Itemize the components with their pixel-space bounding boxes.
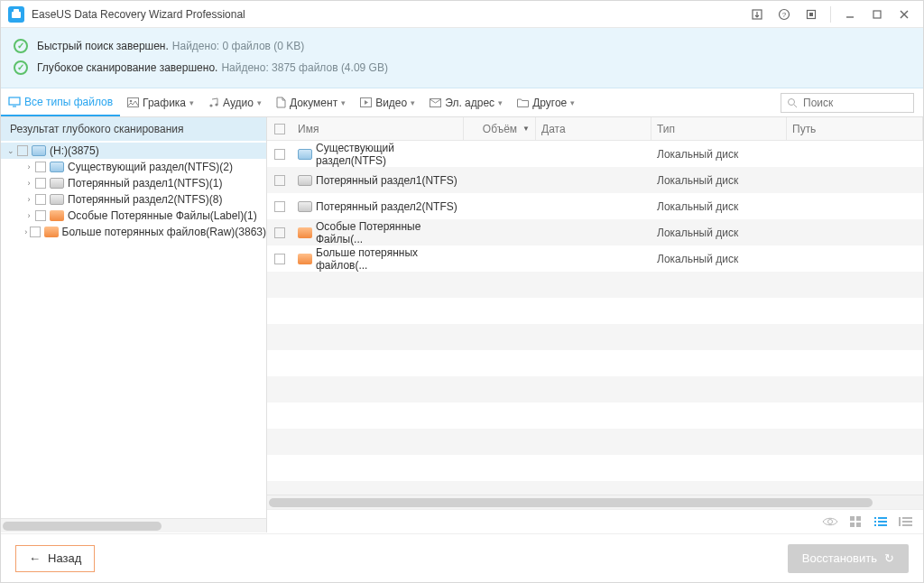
row-name: Потерянный раздел1(NTFS) bbox=[316, 174, 457, 187]
row-checkbox[interactable] bbox=[274, 201, 285, 212]
recover-button[interactable]: Восстановить ↻ bbox=[788, 544, 909, 573]
filter-other[interactable]: Другое ▾ bbox=[510, 88, 582, 116]
table-row bbox=[267, 350, 923, 376]
sidebar-scrollbar[interactable] bbox=[1, 518, 266, 532]
search-input[interactable] bbox=[801, 96, 908, 110]
search-icon bbox=[787, 97, 798, 108]
select-all-checkbox[interactable] bbox=[274, 124, 285, 134]
table-row bbox=[267, 455, 923, 481]
row-name: Больше потерянных файлов(... bbox=[316, 246, 458, 272]
filter-label: Эл. адрес bbox=[445, 97, 494, 109]
checkbox[interactable] bbox=[35, 162, 46, 172]
lost-folder-icon bbox=[298, 227, 312, 238]
table-row[interactable]: Больше потерянных файлов(...Локальный ди… bbox=[267, 245, 923, 272]
expand-icon[interactable]: › bbox=[23, 162, 35, 171]
document-icon bbox=[276, 97, 286, 108]
row-type: Локальный диск bbox=[657, 200, 738, 213]
svg-rect-22 bbox=[850, 523, 855, 527]
row-name: Существующий раздел(NTFS) bbox=[316, 142, 458, 167]
row-name: Особые Потерянные Файлы(... bbox=[316, 220, 458, 245]
filter-label: Документ bbox=[290, 97, 337, 109]
tree-node-label: Потерянный раздел2(NTFS)(8) bbox=[68, 193, 222, 206]
detail-view-icon[interactable] bbox=[898, 514, 914, 530]
back-button[interactable]: ← Назад bbox=[15, 545, 95, 572]
table-row bbox=[267, 376, 923, 403]
svg-rect-11 bbox=[128, 98, 139, 107]
import-icon[interactable] bbox=[744, 2, 771, 27]
tree[interactable]: ⌄ (H:)(3875) › Существующий раздел(NTFS)… bbox=[1, 141, 266, 518]
row-type: Локальный диск bbox=[657, 174, 738, 187]
col-name-label: Имя bbox=[298, 123, 319, 135]
sidebar: Результат глубокого сканирования ⌄ (H:)(… bbox=[1, 117, 267, 532]
filter-audio[interactable]: Аудио ▾ bbox=[201, 88, 269, 116]
table-row[interactable]: Особые Потерянные Файлы(...Локальный дис… bbox=[267, 219, 923, 245]
row-checkbox[interactable] bbox=[274, 175, 285, 186]
table-row bbox=[267, 403, 923, 429]
tree-root[interactable]: ⌄ (H:)(3875) bbox=[1, 143, 266, 159]
col-type[interactable]: Тип bbox=[651, 117, 787, 140]
partition-icon bbox=[298, 175, 312, 186]
table-row bbox=[267, 272, 923, 298]
partition-icon bbox=[50, 194, 64, 205]
table-row[interactable]: Потерянный раздел2(NTFS)Локальный диск bbox=[267, 193, 923, 219]
tree-node[interactable]: › Существующий раздел(NTFS)(2) bbox=[1, 159, 266, 175]
filter-label: Аудио bbox=[223, 97, 254, 109]
checkbox[interactable] bbox=[35, 194, 46, 205]
settings-icon[interactable] bbox=[798, 2, 825, 27]
expand-icon[interactable]: › bbox=[23, 195, 35, 204]
table-row[interactable]: Существующий раздел(NTFS)Локальный диск bbox=[267, 141, 923, 167]
svg-rect-6 bbox=[873, 11, 881, 18]
col-name[interactable]: Имя bbox=[292, 117, 464, 140]
tree-node[interactable]: › Больше потерянных файлов(Raw)(3863) bbox=[1, 224, 266, 240]
checkbox[interactable] bbox=[35, 178, 46, 189]
chevron-down-icon: ▾ bbox=[570, 98, 575, 107]
partition-icon bbox=[50, 178, 64, 189]
quick-scan-label: Быстрый поиск завершен. bbox=[37, 40, 169, 52]
lost-folder-icon bbox=[44, 227, 59, 237]
minimize-button[interactable] bbox=[836, 2, 864, 27]
tree-node[interactable]: › Потерянный раздел2(NTFS)(8) bbox=[1, 191, 266, 208]
checkbox[interactable] bbox=[35, 210, 46, 221]
mail-icon bbox=[430, 98, 441, 107]
help-icon[interactable]: ? bbox=[771, 2, 798, 27]
close-button[interactable] bbox=[891, 2, 918, 27]
tree-root-label: (H:)(3875) bbox=[50, 144, 99, 157]
table-row bbox=[267, 298, 923, 324]
expand-icon[interactable]: › bbox=[23, 227, 30, 236]
maximize-button[interactable] bbox=[864, 2, 891, 27]
lost-folder-icon bbox=[50, 210, 64, 221]
chevron-down-icon: ▾ bbox=[411, 98, 415, 107]
row-checkbox[interactable] bbox=[274, 149, 285, 160]
collapse-icon[interactable]: ⌄ bbox=[5, 146, 17, 155]
expand-icon[interactable]: › bbox=[23, 211, 35, 220]
filter-video[interactable]: Видео ▾ bbox=[353, 88, 422, 116]
partition-icon bbox=[298, 201, 312, 212]
tree-node[interactable]: › Особые Потерянные Файлы(Label)(1) bbox=[1, 208, 266, 224]
image-icon bbox=[127, 97, 139, 107]
col-size[interactable]: Объём▼ bbox=[464, 117, 536, 140]
table-row bbox=[267, 429, 923, 455]
tree-node[interactable]: › Потерянный раздел1(NTFS)(1) bbox=[1, 175, 266, 191]
filter-email[interactable]: Эл. адрес ▾ bbox=[422, 88, 510, 116]
search-input-wrapper[interactable] bbox=[781, 93, 914, 113]
row-checkbox[interactable] bbox=[274, 227, 285, 238]
filter-all[interactable]: Все типы файлов bbox=[1, 88, 120, 116]
grid-large-icon[interactable] bbox=[847, 514, 864, 530]
filter-document[interactable]: Документ ▾ bbox=[269, 88, 353, 116]
table-row[interactable]: Потерянный раздел1(NTFS)Локальный диск bbox=[267, 167, 923, 193]
listing-scrollbar[interactable] bbox=[267, 495, 923, 509]
col-type-label: Тип bbox=[657, 123, 675, 135]
row-checkbox[interactable] bbox=[274, 254, 285, 264]
checkbox[interactable] bbox=[17, 145, 28, 156]
check-icon bbox=[14, 60, 28, 75]
chevron-down-icon: ▾ bbox=[498, 98, 503, 107]
preview-icon[interactable] bbox=[822, 514, 838, 530]
list-view-icon[interactable] bbox=[873, 514, 889, 530]
checkbox[interactable] bbox=[30, 227, 41, 237]
filter-all-label: Все типы файлов bbox=[24, 96, 113, 108]
col-path[interactable]: Путь bbox=[787, 117, 923, 140]
partition-icon bbox=[50, 162, 64, 172]
col-date[interactable]: Дата bbox=[536, 117, 651, 140]
expand-icon[interactable]: › bbox=[23, 179, 35, 188]
filter-graphics[interactable]: Графика ▾ bbox=[120, 88, 201, 116]
